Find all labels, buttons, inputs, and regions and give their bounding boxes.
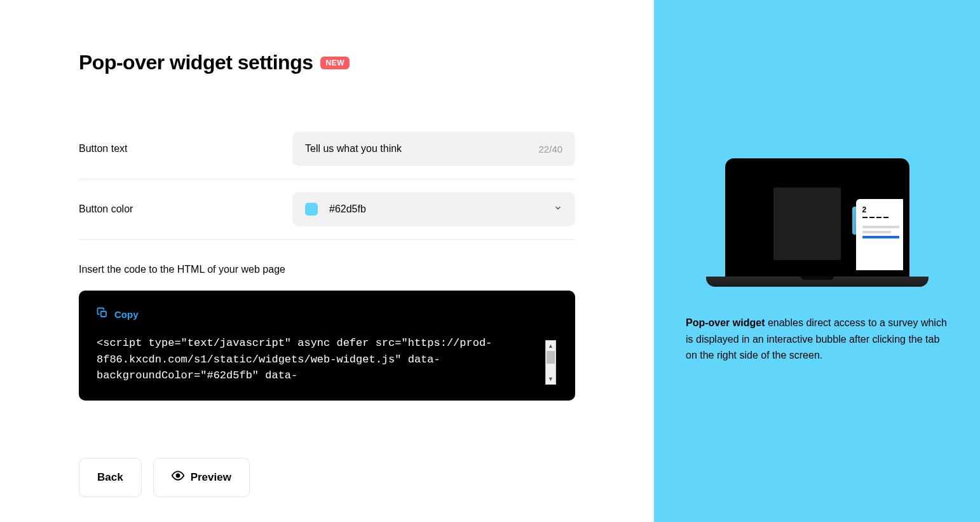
scrollbar-track[interactable] (546, 351, 555, 374)
copy-label: Copy (114, 309, 139, 320)
back-button-label: Back (97, 471, 123, 484)
popup-dashes (862, 217, 899, 218)
button-color-value: #62d5fb (329, 203, 554, 215)
scrollbar-thumb[interactable] (547, 351, 555, 364)
insert-code-label: Insert the code to the HTML of your web … (79, 264, 575, 275)
screen-panel (773, 188, 841, 260)
popover-bubble-illustration: 2 (856, 199, 906, 277)
page-title: Pop-over widget settings (79, 51, 313, 74)
code-scrollbar[interactable]: ▲ ▼ (545, 340, 556, 385)
popup-line (862, 231, 891, 233)
button-text-row: Button text 22/40 (79, 119, 575, 179)
popup-line-accent (862, 236, 899, 238)
sidebar-description: Pop-over widget enables direct access to… (686, 315, 948, 364)
button-color-label: Button color (79, 203, 292, 215)
button-text-counter: 22/40 (538, 144, 562, 155)
preview-button-label: Preview (191, 471, 231, 484)
laptop-base (706, 277, 929, 287)
code-block: Copy <script type="text/javascript" asyn… (79, 291, 575, 401)
copy-icon (97, 307, 108, 321)
info-sidebar: 2 Pop-over widget enables direct access … (654, 0, 980, 522)
preview-button[interactable]: Preview (153, 458, 250, 497)
scrollbar-up-arrow-icon[interactable]: ▲ (546, 341, 555, 351)
svg-point-1 (176, 474, 179, 477)
sidebar-description-bold: Pop-over widget (686, 317, 765, 328)
copy-button[interactable]: Copy (97, 307, 557, 321)
button-color-row: Button color #62d5fb (79, 179, 575, 240)
chevron-down-icon (554, 203, 562, 215)
back-button[interactable]: Back (79, 458, 142, 497)
title-row: Pop-over widget settings NEW (79, 51, 575, 74)
svg-rect-0 (101, 312, 106, 317)
button-text-label: Button text (79, 143, 292, 155)
laptop-screen: 2 (725, 158, 909, 277)
button-color-swatch (305, 203, 318, 216)
button-text-input[interactable] (305, 143, 538, 155)
button-text-input-wrap[interactable]: 22/40 (292, 132, 575, 166)
settings-panel: Pop-over widget settings NEW Button text… (0, 0, 654, 522)
scrollbar-down-arrow-icon[interactable]: ▼ (546, 374, 555, 384)
button-color-select[interactable]: #62d5fb (292, 192, 575, 226)
new-badge: NEW (320, 57, 350, 69)
popup-number: 2 (862, 205, 899, 214)
eye-icon (172, 469, 184, 485)
laptop-illustration: 2 (706, 158, 929, 287)
code-snippet[interactable]: <script type="text/javascript" async def… (97, 335, 557, 384)
popup-line (862, 226, 899, 228)
actions-row: Back Preview (79, 458, 575, 497)
